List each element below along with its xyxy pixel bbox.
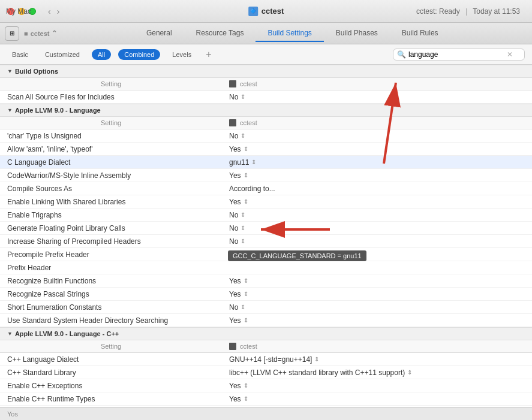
table-row: Increase Sharing of Precompiled Headers … [0, 235, 532, 248]
table-row: CodeWarrior/MS-Style Inline Assembly Yes… [0, 169, 532, 182]
setting-value[interactable] [222, 266, 532, 270]
setting-value[interactable]: No ⇕ [222, 209, 532, 221]
tabbar: ⊞ ■ cctest ⌃ General Resource Tags Build… [0, 23, 532, 44]
setting-value[interactable]: Yes ⇕ [222, 275, 532, 287]
collapse-icon[interactable]: ▼ [7, 331, 13, 337]
setting-value[interactable]: No ⇕ [222, 222, 532, 234]
stepper-icon[interactable]: ⇕ [407, 369, 412, 376]
stepper-icon[interactable]: ⇕ [244, 146, 248, 152]
stepper-icon[interactable]: ⇕ [244, 172, 248, 179]
filter-all-button[interactable]: All [92, 49, 111, 60]
value-text: Yes [229, 277, 241, 285]
add-filter-button[interactable]: + [206, 49, 211, 60]
value-text: gnu11 [229, 158, 249, 167]
setting-value[interactable]: gnu11 ⇕ [222, 156, 532, 168]
setting-value[interactable]: No ⇕ [222, 301, 532, 313]
table-row: Recognize Builtin Functions Yes ⇕ [0, 274, 532, 288]
setting-value[interactable]: GNU++14 [-std=gnu++14] ⇕ [222, 353, 532, 365]
setting-name: Precompile Prefix Header [0, 249, 222, 261]
forward-button[interactable]: › [55, 5, 62, 17]
filter-combined-button[interactable]: Combined [118, 49, 160, 60]
col-headers-cpp: Setting cctest [0, 340, 532, 353]
setting-value[interactable]: Yes ⇕ [222, 393, 532, 405]
filter-customized-button[interactable]: Customized [40, 49, 85, 60]
project-label: ■ cctest ⌃ [24, 29, 57, 37]
setting-name: Enable Linking With Shared Libraries [0, 196, 222, 208]
filter-levels-button[interactable]: Levels [167, 49, 196, 60]
stepper-icon[interactable]: ⇕ [244, 291, 248, 297]
col-value-label: cctest [240, 119, 257, 126]
setting-name: C++ Language Dialect [0, 353, 222, 365]
stepper-icon[interactable]: ⇕ [244, 395, 248, 402]
tab-build-rules[interactable]: Build Rules [390, 25, 450, 42]
stepper-icon[interactable]: ⇕ [241, 93, 245, 100]
setting-value[interactable]: Yes ⇕ [222, 380, 532, 392]
table-row: Enable C++ Exceptions Yes ⇕ [0, 379, 532, 392]
stepper-icon[interactable]: ⇕ [314, 356, 319, 362]
col-header-setting: Setting [0, 117, 222, 129]
setting-value[interactable]: Yes ⇕ [222, 288, 532, 300]
stepper-icon[interactable]: ⇕ [241, 132, 245, 139]
table-row: 'char' Type Is Unsigned No ⇕ [0, 129, 532, 143]
back-button[interactable]: ‹ [46, 5, 53, 17]
search-clear-button[interactable]: ✕ [507, 50, 513, 59]
setting-value[interactable]: libc++ (LLVM C++ standard library with C… [222, 367, 532, 379]
table-row: Short Enumeration Constants No ⇕ [0, 301, 532, 314]
tab-general[interactable]: General [134, 25, 184, 42]
section-header-build-options: ▼ Build Options [0, 65, 532, 78]
filter-basic-button[interactable]: Basic [7, 49, 33, 60]
stepper-icon[interactable]: ⇕ [241, 304, 245, 310]
stepper-icon[interactable]: ⇕ [244, 317, 248, 324]
stepper-icon[interactable]: ⇕ [244, 382, 248, 389]
value-text: Yes [229, 198, 241, 206]
table-row: Generate Floating Point Library Calls No… [0, 222, 532, 235]
sidebar-toggle-button[interactable]: ⊞ [5, 26, 19, 41]
setting-value[interactable]: No ⇕ [222, 130, 532, 142]
tooltip-text: GCC_C_LANGUAGE_STANDARD = gnu11 [233, 252, 362, 259]
value-text: Yes [229, 171, 241, 180]
my-mac-label: My Mac [6, 7, 31, 16]
setting-value[interactable]: Yes ⇕ [222, 196, 532, 208]
setting-value[interactable]: No ⇕ [222, 235, 532, 247]
setting-name: Enable C++ Runtime Types [0, 393, 222, 405]
setting-value[interactable]: Yes ⇕ [222, 143, 532, 155]
table-row: C++ Language Dialect GNU++14 [-std=gnu++… [0, 353, 532, 366]
project-icon: 🔷 [248, 7, 258, 16]
setting-name: Prefix Header [0, 262, 222, 274]
stepper-icon[interactable]: ⇕ [251, 159, 256, 165]
setting-name: Increase Sharing of Precompiled Headers [0, 235, 222, 247]
setting-name: Enable C++ Exceptions [0, 380, 222, 392]
section-title: Apple LLVM 9.0 - Language [15, 107, 101, 114]
tab-resource-tags[interactable]: Resource Tags [184, 25, 256, 42]
tab-build-settings[interactable]: Build Settings [256, 25, 323, 42]
tab-build-phases[interactable]: Build Phases [324, 25, 390, 42]
setting-name: Allow 'asm', 'inline', 'typeof' [0, 143, 222, 155]
table-row: Scan All Source Files for Includes No ⇕ [0, 90, 532, 104]
stepper-icon[interactable]: ⇕ [241, 211, 245, 218]
bottom-bar: Yos [0, 407, 532, 420]
table-row: Prefix Header [0, 261, 532, 274]
setting-value[interactable]: Yes ⇕ [222, 315, 532, 327]
stepper-icon[interactable]: ⇕ [241, 225, 245, 231]
setting-name: C Language Dialect [0, 156, 222, 168]
setting-value[interactable]: Yes ⇕ [222, 170, 532, 182]
col-header-setting: Setting [0, 78, 222, 90]
table-row: Enable C++ Runtime Types Yes ⇕ [0, 392, 532, 406]
value-text: No [229, 237, 238, 246]
ready-status: cctest: Ready [416, 7, 460, 16]
collapse-icon[interactable]: ▼ [7, 107, 13, 113]
titlebar: ‹ › 🔷 cctest My Mac cctest: Ready | Toda… [0, 0, 532, 23]
table-row: Allow 'asm', 'inline', 'typeof' Yes ⇕ [0, 143, 532, 156]
col-headers-lang: Setting cctest [0, 117, 532, 129]
setting-value[interactable]: No ⇕ [222, 91, 532, 103]
value-text: Yes [229, 382, 241, 390]
stepper-icon[interactable]: ⇕ [244, 198, 248, 205]
stepper-icon[interactable]: ⇕ [241, 238, 245, 244]
setting-name: Recognize Builtin Functions [0, 275, 222, 287]
collapse-icon[interactable]: ▼ [7, 68, 13, 74]
col-header-value: cctest [222, 78, 532, 90]
setting-value[interactable]: According to... [222, 183, 532, 195]
value-text: According to... [229, 185, 275, 193]
stepper-icon[interactable]: ⇕ [244, 277, 248, 284]
search-input[interactable] [408, 50, 504, 59]
